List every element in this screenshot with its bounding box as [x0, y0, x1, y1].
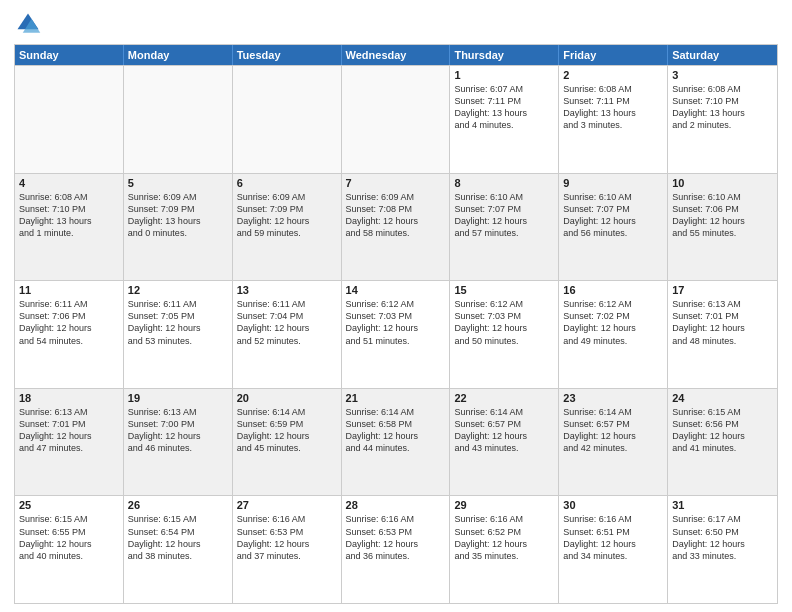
calendar-cell — [233, 66, 342, 173]
calendar-cell: 2Sunrise: 6:08 AM Sunset: 7:11 PM Daylig… — [559, 66, 668, 173]
day-number: 4 — [19, 177, 119, 189]
day-info: Sunrise: 6:08 AM Sunset: 7:10 PM Dayligh… — [672, 83, 773, 132]
day-number: 17 — [672, 284, 773, 296]
calendar-cell: 30Sunrise: 6:16 AM Sunset: 6:51 PM Dayli… — [559, 496, 668, 603]
calendar-cell: 10Sunrise: 6:10 AM Sunset: 7:06 PM Dayli… — [668, 174, 777, 281]
day-number: 20 — [237, 392, 337, 404]
weekday-header: Monday — [124, 45, 233, 65]
day-info: Sunrise: 6:16 AM Sunset: 6:52 PM Dayligh… — [454, 513, 554, 562]
day-info: Sunrise: 6:14 AM Sunset: 6:59 PM Dayligh… — [237, 406, 337, 455]
day-info: Sunrise: 6:09 AM Sunset: 7:08 PM Dayligh… — [346, 191, 446, 240]
day-number: 16 — [563, 284, 663, 296]
calendar-cell: 12Sunrise: 6:11 AM Sunset: 7:05 PM Dayli… — [124, 281, 233, 388]
day-number: 7 — [346, 177, 446, 189]
day-info: Sunrise: 6:08 AM Sunset: 7:11 PM Dayligh… — [563, 83, 663, 132]
weekday-header: Saturday — [668, 45, 777, 65]
calendar-cell: 15Sunrise: 6:12 AM Sunset: 7:03 PM Dayli… — [450, 281, 559, 388]
page: SundayMondayTuesdayWednesdayThursdayFrid… — [0, 0, 792, 612]
day-number: 23 — [563, 392, 663, 404]
day-info: Sunrise: 6:16 AM Sunset: 6:53 PM Dayligh… — [346, 513, 446, 562]
day-number: 29 — [454, 499, 554, 511]
calendar-cell — [342, 66, 451, 173]
calendar-row: 11Sunrise: 6:11 AM Sunset: 7:06 PM Dayli… — [15, 280, 777, 388]
calendar-cell: 6Sunrise: 6:09 AM Sunset: 7:09 PM Daylig… — [233, 174, 342, 281]
day-number: 22 — [454, 392, 554, 404]
day-info: Sunrise: 6:12 AM Sunset: 7:02 PM Dayligh… — [563, 298, 663, 347]
calendar-cell: 24Sunrise: 6:15 AM Sunset: 6:56 PM Dayli… — [668, 389, 777, 496]
calendar-cell: 5Sunrise: 6:09 AM Sunset: 7:09 PM Daylig… — [124, 174, 233, 281]
calendar-row: 4Sunrise: 6:08 AM Sunset: 7:10 PM Daylig… — [15, 173, 777, 281]
day-number: 9 — [563, 177, 663, 189]
day-number: 14 — [346, 284, 446, 296]
calendar-cell — [15, 66, 124, 173]
day-info: Sunrise: 6:13 AM Sunset: 7:01 PM Dayligh… — [19, 406, 119, 455]
day-number: 24 — [672, 392, 773, 404]
day-number: 30 — [563, 499, 663, 511]
weekday-header: Tuesday — [233, 45, 342, 65]
calendar-cell: 31Sunrise: 6:17 AM Sunset: 6:50 PM Dayli… — [668, 496, 777, 603]
day-info: Sunrise: 6:15 AM Sunset: 6:55 PM Dayligh… — [19, 513, 119, 562]
day-info: Sunrise: 6:11 AM Sunset: 7:06 PM Dayligh… — [19, 298, 119, 347]
day-info: Sunrise: 6:16 AM Sunset: 6:51 PM Dayligh… — [563, 513, 663, 562]
calendar-cell: 17Sunrise: 6:13 AM Sunset: 7:01 PM Dayli… — [668, 281, 777, 388]
day-info: Sunrise: 6:10 AM Sunset: 7:07 PM Dayligh… — [563, 191, 663, 240]
calendar-row: 18Sunrise: 6:13 AM Sunset: 7:01 PM Dayli… — [15, 388, 777, 496]
day-info: Sunrise: 6:15 AM Sunset: 6:54 PM Dayligh… — [128, 513, 228, 562]
day-number: 18 — [19, 392, 119, 404]
calendar-cell: 18Sunrise: 6:13 AM Sunset: 7:01 PM Dayli… — [15, 389, 124, 496]
calendar-cell: 11Sunrise: 6:11 AM Sunset: 7:06 PM Dayli… — [15, 281, 124, 388]
calendar-cell: 23Sunrise: 6:14 AM Sunset: 6:57 PM Dayli… — [559, 389, 668, 496]
calendar-row: 1Sunrise: 6:07 AM Sunset: 7:11 PM Daylig… — [15, 65, 777, 173]
calendar-header: SundayMondayTuesdayWednesdayThursdayFrid… — [15, 45, 777, 65]
day-number: 13 — [237, 284, 337, 296]
day-info: Sunrise: 6:07 AM Sunset: 7:11 PM Dayligh… — [454, 83, 554, 132]
weekday-header: Sunday — [15, 45, 124, 65]
logo-icon — [14, 10, 42, 38]
day-number: 6 — [237, 177, 337, 189]
day-number: 25 — [19, 499, 119, 511]
day-number: 15 — [454, 284, 554, 296]
day-number: 26 — [128, 499, 228, 511]
calendar-cell: 19Sunrise: 6:13 AM Sunset: 7:00 PM Dayli… — [124, 389, 233, 496]
calendar-cell: 29Sunrise: 6:16 AM Sunset: 6:52 PM Dayli… — [450, 496, 559, 603]
day-number: 11 — [19, 284, 119, 296]
day-info: Sunrise: 6:13 AM Sunset: 7:01 PM Dayligh… — [672, 298, 773, 347]
day-number: 1 — [454, 69, 554, 81]
day-info: Sunrise: 6:12 AM Sunset: 7:03 PM Dayligh… — [346, 298, 446, 347]
calendar-cell: 26Sunrise: 6:15 AM Sunset: 6:54 PM Dayli… — [124, 496, 233, 603]
calendar-cell: 22Sunrise: 6:14 AM Sunset: 6:57 PM Dayli… — [450, 389, 559, 496]
day-info: Sunrise: 6:10 AM Sunset: 7:06 PM Dayligh… — [672, 191, 773, 240]
calendar-row: 25Sunrise: 6:15 AM Sunset: 6:55 PM Dayli… — [15, 495, 777, 603]
day-info: Sunrise: 6:15 AM Sunset: 6:56 PM Dayligh… — [672, 406, 773, 455]
day-number: 31 — [672, 499, 773, 511]
calendar-cell: 13Sunrise: 6:11 AM Sunset: 7:04 PM Dayli… — [233, 281, 342, 388]
day-number: 5 — [128, 177, 228, 189]
day-number: 27 — [237, 499, 337, 511]
weekday-header: Thursday — [450, 45, 559, 65]
day-info: Sunrise: 6:11 AM Sunset: 7:05 PM Dayligh… — [128, 298, 228, 347]
day-info: Sunrise: 6:11 AM Sunset: 7:04 PM Dayligh… — [237, 298, 337, 347]
weekday-header: Wednesday — [342, 45, 451, 65]
calendar: SundayMondayTuesdayWednesdayThursdayFrid… — [14, 44, 778, 604]
day-info: Sunrise: 6:14 AM Sunset: 6:57 PM Dayligh… — [563, 406, 663, 455]
day-number: 8 — [454, 177, 554, 189]
day-info: Sunrise: 6:17 AM Sunset: 6:50 PM Dayligh… — [672, 513, 773, 562]
calendar-cell: 27Sunrise: 6:16 AM Sunset: 6:53 PM Dayli… — [233, 496, 342, 603]
calendar-cell: 16Sunrise: 6:12 AM Sunset: 7:02 PM Dayli… — [559, 281, 668, 388]
day-info: Sunrise: 6:16 AM Sunset: 6:53 PM Dayligh… — [237, 513, 337, 562]
calendar-cell: 8Sunrise: 6:10 AM Sunset: 7:07 PM Daylig… — [450, 174, 559, 281]
calendar-cell: 3Sunrise: 6:08 AM Sunset: 7:10 PM Daylig… — [668, 66, 777, 173]
day-info: Sunrise: 6:14 AM Sunset: 6:58 PM Dayligh… — [346, 406, 446, 455]
day-number: 12 — [128, 284, 228, 296]
calendar-cell: 7Sunrise: 6:09 AM Sunset: 7:08 PM Daylig… — [342, 174, 451, 281]
calendar-cell: 25Sunrise: 6:15 AM Sunset: 6:55 PM Dayli… — [15, 496, 124, 603]
day-info: Sunrise: 6:08 AM Sunset: 7:10 PM Dayligh… — [19, 191, 119, 240]
calendar-cell: 20Sunrise: 6:14 AM Sunset: 6:59 PM Dayli… — [233, 389, 342, 496]
day-number: 10 — [672, 177, 773, 189]
weekday-header: Friday — [559, 45, 668, 65]
day-info: Sunrise: 6:10 AM Sunset: 7:07 PM Dayligh… — [454, 191, 554, 240]
day-info: Sunrise: 6:09 AM Sunset: 7:09 PM Dayligh… — [128, 191, 228, 240]
day-info: Sunrise: 6:09 AM Sunset: 7:09 PM Dayligh… — [237, 191, 337, 240]
day-number: 2 — [563, 69, 663, 81]
day-info: Sunrise: 6:12 AM Sunset: 7:03 PM Dayligh… — [454, 298, 554, 347]
